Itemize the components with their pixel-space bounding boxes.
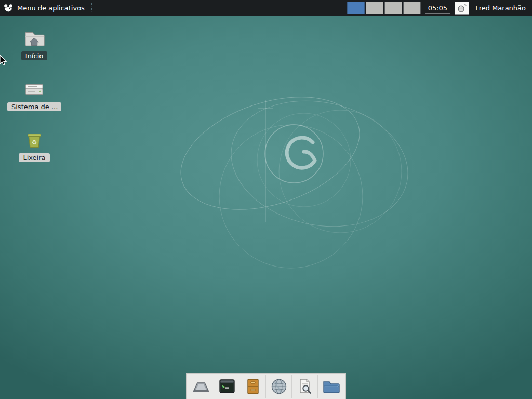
workspace-3[interactable]	[384, 2, 402, 14]
mouse-cursor	[0, 55, 8, 66]
terminal-button[interactable]: >	[214, 375, 240, 398]
session-user-button[interactable]: Fred Maranhão	[473, 4, 528, 12]
trash-icon: ♻	[22, 129, 46, 151]
workspace-switcher	[347, 2, 421, 14]
mouse-device-icon	[457, 4, 467, 12]
desktop-icon-label: Início	[21, 51, 47, 60]
search-files-button[interactable]	[292, 375, 318, 398]
workspace-2[interactable]	[366, 2, 383, 14]
svg-text:♻: ♻	[32, 139, 37, 146]
desktop-icon-column: Início Sistema de ... ♻ Lixeira	[7, 27, 61, 180]
file-manager-button[interactable]	[318, 375, 344, 398]
home-folder-icon	[22, 28, 46, 49]
workspace-1[interactable]	[347, 2, 365, 14]
bottom-dock-panel: >	[186, 373, 346, 399]
filesystem-drive-icon	[22, 78, 46, 100]
search-files-icon	[296, 377, 314, 396]
web-browser-icon	[270, 377, 288, 396]
web-browser-button[interactable]	[266, 375, 292, 398]
tray-mouse-device-button[interactable]	[455, 2, 469, 15]
panel-separator-handle[interactable]: ⁝⁝	[89, 3, 95, 13]
top-panel: Menu de aplicativos ⁝⁝ 05:05 Fred Maranh…	[0, 0, 532, 16]
applications-menu-button[interactable]: Menu de aplicativos	[0, 0, 89, 16]
desktop-icon-label: Sistema de ...	[7, 102, 61, 111]
file-cabinet-button[interactable]	[240, 375, 266, 398]
panel-clock[interactable]: 05:05	[425, 3, 450, 14]
desktop-icon-home[interactable]: Início	[7, 27, 61, 60]
desktop-icon-filesystem[interactable]: Sistema de ...	[7, 78, 61, 111]
terminal-icon: >	[218, 377, 236, 396]
file-manager-icon	[322, 377, 340, 396]
xfce-mouse-logo-icon	[3, 3, 14, 12]
debian-swirl-wallpaper	[0, 0, 532, 399]
show-desktop-icon	[192, 377, 210, 396]
show-desktop-button[interactable]	[188, 375, 214, 398]
file-cabinet-icon	[244, 377, 262, 396]
workspace-4[interactable]	[403, 2, 421, 14]
svg-text:>: >	[222, 384, 225, 390]
desktop-icon-trash[interactable]: ♻ Lixeira	[7, 129, 61, 162]
applications-menu-label: Menu de aplicativos	[17, 4, 85, 12]
desktop-icon-label: Lixeira	[19, 153, 49, 162]
